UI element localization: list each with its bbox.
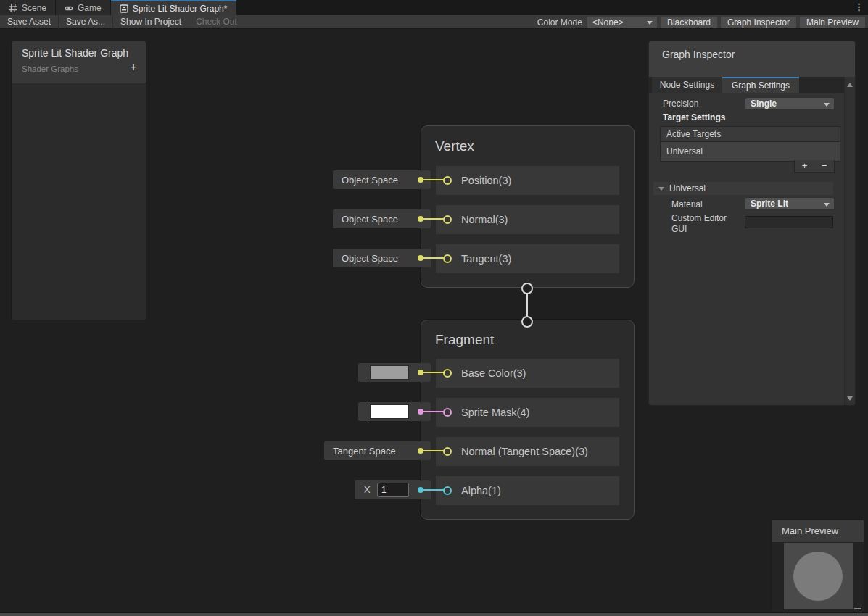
precision-label: Precision [663,99,698,109]
scene-grid-icon [9,4,17,12]
port-label: Position(3) [461,175,511,186]
sprite-mask-swatch-control[interactable] [358,402,431,421]
color-swatch[interactable] [370,365,409,380]
active-targets-list[interactable]: Active Targets Universal [660,126,840,162]
chevron-down-icon [824,103,830,107]
fragment-alpha-row[interactable]: Alpha(1) [436,476,619,505]
port-dot-icon [418,370,423,375]
blackboard-subtitle: Shader Graphs [22,64,78,73]
blackboard-toggle-button[interactable]: Blackboard [661,17,717,28]
base-color-swatch-control[interactable] [358,363,431,382]
stack-connection-top-icon[interactable] [521,283,533,294]
port-label: Tangent(3) [461,253,511,265]
input-port-icon[interactable] [443,486,452,495]
custom-editor-gui-field[interactable] [745,216,833,228]
input-port-icon[interactable] [443,176,452,185]
port-label: Sprite Mask(4) [461,407,529,418]
dropdown-value: Object Space [342,214,398,225]
graph-inspector-title: Graph Inspector [662,49,735,60]
add-property-button[interactable]: + [130,60,137,75]
dropdown-value: Object Space [342,175,398,186]
add-target-button[interactable]: + [795,160,814,172]
preview-sphere [793,552,843,601]
main-preview-title: Main Preview [772,520,864,542]
window-bottom-edge [0,612,868,616]
position-space-dropdown[interactable]: Object Space [333,170,431,189]
tangent-space-dropdown[interactable]: Object Space [333,249,431,267]
alpha-x-field[interactable]: 1 [377,483,409,497]
window-tab-bar: Scene Game Sprite Lit Shader Graph* ⋮ [0,0,868,15]
shader-graph-window: Scene Game Sprite Lit Shader Graph* ⋮ Sa… [0,0,868,616]
graph-inspector-header: Graph Inspector [649,41,855,77]
color-mode-label: Color Mode [537,17,582,28]
input-port-icon[interactable] [443,369,452,378]
graph-inspector-toggle-button[interactable]: Graph Inspector [721,17,796,28]
target-list-buttons: + − [794,160,835,173]
universal-foldout-label: Universal [669,183,706,193]
tab-game[interactable]: Game [56,0,111,15]
vertex-node-title: Vertex [421,126,634,166]
fragment-spritemask-row[interactable]: Sprite Mask(4) [436,398,619,427]
preview-viewport[interactable] [784,543,853,609]
input-port-icon[interactable] [443,447,452,456]
vertex-position-row[interactable]: Position(3) [436,166,619,195]
universal-foldout[interactable]: Universal [653,182,833,195]
target-item-universal[interactable]: Universal [661,142,840,161]
material-label: Material [671,199,703,209]
color-swatch[interactable] [370,404,409,419]
port-label: Alpha(1) [461,485,501,496]
input-port-icon[interactable] [443,408,452,417]
stack-connection-bottom-icon[interactable] [521,316,533,328]
shader-graph-asset-icon [120,4,128,13]
main-preview-panel[interactable]: Main Preview [771,519,864,612]
resize-handle[interactable] [854,608,861,609]
chevron-down-icon [647,21,653,25]
kebab-menu-icon[interactable]: ⋮ [854,1,864,13]
tab-graph-settings[interactable]: Graph Settings [722,77,799,93]
port-label: Base Color(3) [461,367,526,379]
fragment-basecolor-row[interactable]: Base Color(3) [436,359,619,388]
precision-dropdown[interactable]: Single [745,97,835,110]
port-dot-icon [418,177,423,183]
port-label: Normal(3) [461,214,508,225]
chevron-down-icon [824,203,830,207]
fragment-normal-row[interactable]: Normal (Tangent Space)(3) [436,437,619,466]
normal-space-dropdown[interactable]: Object Space [333,209,431,228]
main-preview-toggle-button[interactable]: Main Preview [800,17,865,28]
blackboard-title: Sprite Lit Shader Graph [22,47,128,59]
tab-label: Scene [22,3,46,13]
save-asset-button[interactable]: Save Asset [0,15,59,29]
vertex-node[interactable]: Vertex Position(3) Normal(3) Tangent(3) [421,125,635,288]
alpha-value-control[interactable]: X 1 [355,480,431,499]
dropdown-value: Object Space [342,253,398,264]
vertex-tangent-row[interactable]: Tangent(3) [436,244,619,273]
material-value: Sprite Lit [751,199,788,209]
input-port-icon[interactable] [443,254,452,263]
check-out-button: Check Out [189,15,244,29]
color-mode-dropdown[interactable]: <None> [587,17,657,28]
tab-shader-graph[interactable]: Sprite Lit Shader Graph* [111,0,237,15]
blackboard-panel[interactable]: Sprite Lit Shader Graph Shader Graphs + [11,41,146,320]
normal-space-dropdown-fragment[interactable]: Tangent Space [324,441,431,460]
scrollbar-down-icon[interactable] [847,396,853,401]
tab-node-settings[interactable]: Node Settings [652,77,722,93]
port-dot-icon [418,216,423,222]
remove-target-button[interactable]: − [814,160,834,172]
fragment-node[interactable]: Fragment Base Color(3) Sprite Mask(4) No… [421,320,635,520]
port-dot-icon [418,448,423,454]
target-settings-label: Target Settings [663,112,725,122]
precision-value: Single [751,99,777,109]
graph-toolbar: Save Asset Save As... Show In Project Ch… [0,15,868,29]
tab-scene[interactable]: Scene [0,0,56,15]
vertex-normal-row[interactable]: Normal(3) [436,205,619,234]
save-as-button[interactable]: Save As... [59,15,113,29]
material-dropdown[interactable]: Sprite Lit [745,197,835,210]
show-in-project-button[interactable]: Show In Project [113,15,189,29]
color-mode-value: <None> [592,17,624,28]
tab-label: Sprite Lit Shader Graph* [133,4,228,14]
graph-inspector-panel[interactable]: Graph Inspector Node Settings Graph Sett… [648,41,856,406]
input-port-icon[interactable] [443,215,452,224]
inspector-scrollbar[interactable] [844,77,855,405]
dropdown-value: Tangent Space [333,446,396,457]
scrollbar-up-icon[interactable] [847,83,853,87]
